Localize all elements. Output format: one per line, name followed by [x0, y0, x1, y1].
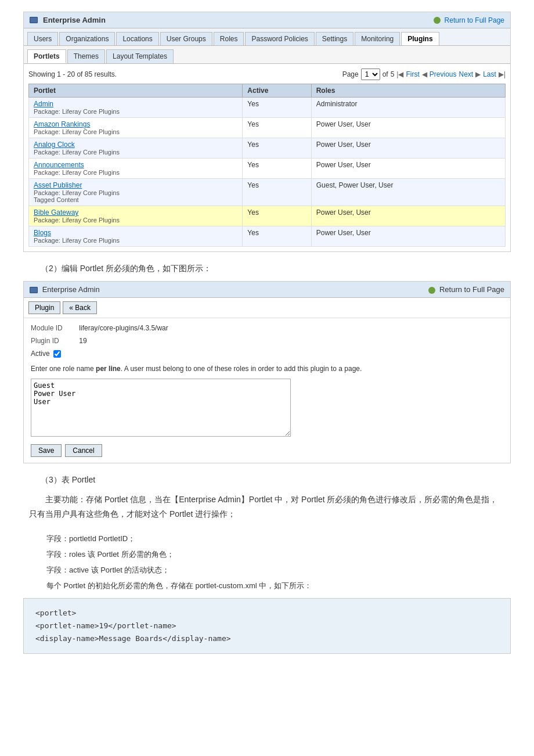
back-button[interactable]: « Back — [63, 301, 97, 314]
roles-cell: Power User, User — [311, 138, 505, 159]
module-id-field: Module ID liferay/core-plugins/4.3.5/war — [31, 324, 503, 332]
portlet-name-cell: BlogsPackage: Liferay Core Plugins — [29, 226, 243, 247]
tab-plugins[interactable]: Plugins — [401, 32, 439, 45]
col-roles: Roles — [311, 84, 505, 98]
plugin-buttons: Save Cancel — [31, 444, 503, 457]
active-cell: Yes — [243, 118, 311, 138]
return-to-full-page-link[interactable]: Return to Full Page — [434, 16, 504, 24]
tab-organizations[interactable]: Organizations — [59, 32, 115, 45]
monitor-icon — [30, 17, 38, 23]
panel1-title: Enterprise Admin — [30, 16, 106, 24]
tab-passwordpolicies[interactable]: Password Policies — [245, 32, 314, 45]
table-row: AnnouncementsPackage: Liferay Core Plugi… — [29, 159, 506, 179]
col-portlet: Portlet — [29, 84, 243, 98]
plugin-id-field: Plugin ID 19 — [31, 337, 503, 345]
module-id-label: Module ID — [31, 324, 77, 332]
tab-locations[interactable]: Locations — [116, 32, 158, 45]
next-link[interactable]: Next — [459, 70, 474, 78]
subtab-portlets[interactable]: Portlets — [27, 49, 66, 63]
portlet-name-cell: Analog ClockPackage: Liferay Core Plugin… — [29, 138, 243, 159]
page-label: Page — [342, 70, 359, 78]
active-cell: Yes — [243, 226, 311, 247]
subtab-themes[interactable]: Themes — [67, 49, 105, 63]
return-to-full-page-link-2[interactable]: Return to Full Page — [428, 285, 504, 294]
tab-roles[interactable]: Roles — [214, 32, 244, 45]
table-row: Analog ClockPackage: Liferay Core Plugin… — [29, 138, 506, 159]
active-checkbox[interactable] — [53, 350, 61, 358]
code-block: <portlet> <portlet-name>19</portlet-name… — [23, 598, 511, 654]
col-active: Active — [243, 84, 311, 98]
enterprise-admin-panel-2: Enterprise Admin Return to Full Page Plu… — [23, 281, 511, 463]
article-para1: 主要功能：存储 Portlet 信息，当在【Enterprise Admin】P… — [29, 492, 505, 521]
tab-users[interactable]: Users — [27, 32, 58, 45]
portlet-link[interactable]: Announcements — [34, 161, 84, 169]
active-cell: Yes — [243, 206, 311, 226]
first-link[interactable]: First — [406, 70, 419, 78]
last-link[interactable]: Last — [483, 70, 496, 78]
active-cell: Yes — [243, 138, 311, 159]
package-info: Package: Liferay Core Plugins — [34, 189, 237, 196]
portlet-link[interactable]: Amazon Rankings — [34, 120, 90, 128]
portlet-name-cell: Amazon RankingsPackage: Liferay Core Plu… — [29, 118, 243, 138]
plugin-id-value: 19 — [79, 337, 86, 345]
tab-monitoring[interactable]: Monitoring — [355, 32, 400, 45]
portlet-name-cell: AdminPackage: Liferay Core Plugins — [29, 98, 243, 118]
code-line3: <display-name>Message Boards</display-na… — [35, 632, 499, 645]
plugin-button[interactable]: Plugin — [28, 301, 60, 314]
portlet-name-cell: AnnouncementsPackage: Liferay Core Plugi… — [29, 159, 243, 179]
pagination: Page 1 2 3 4 5 of 5 |◀ First ◀ Previous … — [342, 69, 506, 80]
article-field1: 字段：portletId PortletID； — [46, 533, 511, 545]
active-cell: Yes — [243, 159, 311, 179]
return-icon — [434, 17, 441, 24]
module-id-value: liferay/core-plugins/4.3.5/war — [79, 324, 168, 332]
plugin-id-label: Plugin ID — [31, 337, 77, 345]
article-field3: 字段：active 该 Portlet 的活动状态； — [46, 564, 511, 577]
package-info: Package: Liferay Core Plugins — [34, 149, 237, 156]
portlet-link[interactable]: Asset Publisher — [34, 181, 82, 189]
portlet-link[interactable]: Analog Clock — [34, 141, 75, 149]
tab-usergroups[interactable]: User Groups — [160, 32, 212, 45]
table-row: Bible GatewayPackage: Liferay Core Plugi… — [29, 206, 506, 226]
active-label: Active — [31, 350, 50, 358]
panel2-header: Enterprise Admin Return to Full Page — [24, 282, 510, 298]
package-info: Package: Liferay Core Plugins — [34, 128, 237, 135]
monitor-icon-2 — [30, 287, 38, 293]
portlet-link[interactable]: Bible Gateway — [34, 208, 78, 217]
panel2-title: Enterprise Admin — [30, 285, 100, 294]
article-body: 主要功能：存储 Portlet 信息，当在【Enterprise Admin】P… — [23, 492, 511, 521]
table-row: Amazon RankingsPackage: Liferay Core Plu… — [29, 118, 506, 138]
previous-link[interactable]: Previous — [430, 70, 457, 78]
roles-textarea[interactable]: Guest Power User User — [31, 379, 291, 437]
results-text: Showing 1 - 20 of 85 results. — [28, 70, 117, 78]
plugin-toolbar: Plugin « Back — [24, 298, 510, 318]
table-row: Asset PublisherPackage: Liferay Core Plu… — [29, 179, 506, 206]
page-total: 5 — [391, 70, 395, 78]
portlet-link[interactable]: Blogs — [34, 229, 51, 237]
caption-3: （3）表 Portlet — [41, 475, 511, 485]
subtab-layouttemplates[interactable]: Layout Templates — [106, 49, 174, 63]
roles-cell: Power User, User — [311, 159, 505, 179]
tab-settings[interactable]: Settings — [316, 32, 353, 45]
top-nav: Users Organizations Locations User Group… — [24, 28, 510, 46]
package-info: Package: Liferay Core Plugins — [34, 108, 237, 115]
save-button[interactable]: Save — [31, 444, 62, 457]
active-cell: Yes — [243, 98, 311, 118]
active-field: Active — [31, 350, 503, 358]
portlets-table: Portlet Active Roles AdminPackage: Lifer… — [28, 84, 506, 247]
return-icon-2 — [428, 287, 435, 294]
code-line1: <portlet> — [35, 607, 499, 620]
tagged-info: Tagged Content — [34, 196, 237, 203]
page-select[interactable]: 1 2 3 4 5 — [361, 69, 380, 80]
results-info: Showing 1 - 20 of 85 results. Page 1 2 3… — [28, 69, 506, 80]
article-field2: 字段：roles 该 Portlet 所必需的角色； — [46, 549, 511, 561]
roles-cell: Power User, User — [311, 226, 505, 247]
package-info: Package: Liferay Core Plugins — [34, 169, 237, 176]
roles-cell: Guest, Power User, User — [311, 179, 505, 206]
cancel-button[interactable]: Cancel — [65, 444, 102, 457]
table-area: Showing 1 - 20 of 85 results. Page 1 2 3… — [24, 64, 510, 251]
portlet-link[interactable]: Admin — [34, 100, 53, 108]
caption-2: （2）编辑 Portlet 所必须的角色，如下图所示： — [41, 264, 511, 274]
table-row: AdminPackage: Liferay Core PluginsYesAdm… — [29, 98, 506, 118]
roles-cell: Power User, User — [311, 206, 505, 226]
portlet-name-cell: Asset PublisherPackage: Liferay Core Plu… — [29, 179, 243, 206]
